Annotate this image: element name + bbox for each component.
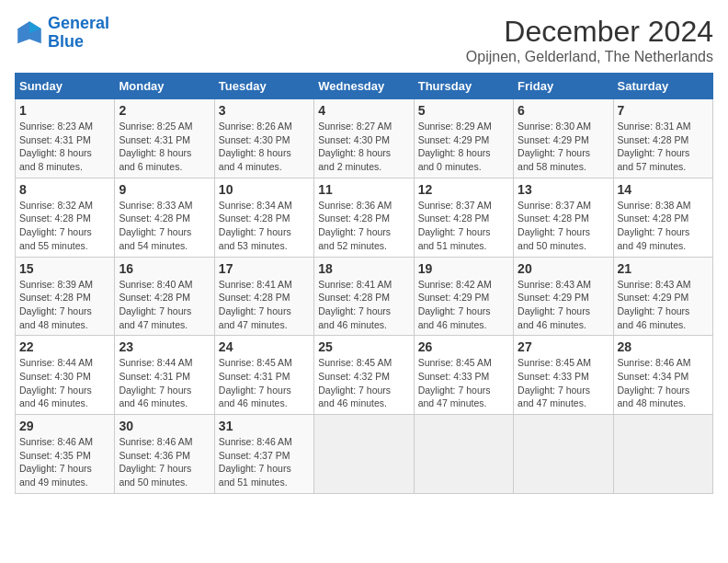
day-info: Sunrise: 8:39 AM Sunset: 4:28 PM Dayligh… [19,278,110,332]
page-title: December 2024 [466,15,713,49]
day-info: Sunrise: 8:32 AM Sunset: 4:28 PM Dayligh… [19,199,110,253]
day-number: 15 [19,261,110,276]
calendar-cell: 7Sunrise: 8:31 AM Sunset: 4:28 PM Daylig… [613,99,712,178]
calendar-week-5: 29Sunrise: 8:46 AM Sunset: 4:35 PM Dayli… [16,415,713,494]
day-info: Sunrise: 8:38 AM Sunset: 4:28 PM Dayligh… [618,199,709,253]
calendar-cell: 18Sunrise: 8:41 AM Sunset: 4:28 PM Dayli… [314,257,414,336]
day-number: 6 [518,103,609,118]
day-info: Sunrise: 8:40 AM Sunset: 4:28 PM Dayligh… [119,278,210,332]
day-info: Sunrise: 8:30 AM Sunset: 4:29 PM Dayligh… [518,120,609,174]
calendar-cell: 19Sunrise: 8:42 AM Sunset: 4:29 PM Dayli… [414,257,513,336]
calendar-cell: 14Sunrise: 8:38 AM Sunset: 4:28 PM Dayli… [613,178,712,257]
calendar-cell: 15Sunrise: 8:39 AM Sunset: 4:28 PM Dayli… [16,257,115,336]
calendar-cell: 17Sunrise: 8:41 AM Sunset: 4:28 PM Dayli… [214,257,313,336]
header-cell-wednesday: Wednesday [314,74,414,99]
calendar-cell: 27Sunrise: 8:45 AM Sunset: 4:33 PM Dayli… [514,336,613,415]
day-info: Sunrise: 8:25 AM Sunset: 4:31 PM Dayligh… [119,120,210,174]
day-info: Sunrise: 8:27 AM Sunset: 4:30 PM Dayligh… [318,120,409,174]
day-info: Sunrise: 8:45 AM Sunset: 4:32 PM Dayligh… [318,356,409,410]
day-info: Sunrise: 8:29 AM Sunset: 4:29 PM Dayligh… [418,120,509,174]
header-cell-thursday: Thursday [414,74,513,99]
calendar-cell: 24Sunrise: 8:45 AM Sunset: 4:31 PM Dayli… [214,336,313,415]
day-number: 18 [318,261,409,276]
day-number: 13 [518,182,609,197]
logo-text: General Blue [48,15,109,52]
day-number: 29 [19,419,110,433]
logo-icon [15,18,44,48]
calendar-cell [414,415,513,494]
calendar-cell: 3Sunrise: 8:26 AM Sunset: 4:30 PM Daylig… [214,99,313,178]
day-info: Sunrise: 8:42 AM Sunset: 4:29 PM Dayligh… [418,278,509,332]
day-info: Sunrise: 8:43 AM Sunset: 4:29 PM Dayligh… [618,278,709,332]
day-number: 9 [119,182,210,197]
header-cell-saturday: Saturday [613,74,712,99]
header-cell-tuesday: Tuesday [214,74,313,99]
header-cell-sunday: Sunday [16,74,115,99]
day-info: Sunrise: 8:46 AM Sunset: 4:35 PM Dayligh… [19,435,110,489]
day-number: 5 [418,103,509,118]
calendar-cell: 31Sunrise: 8:46 AM Sunset: 4:37 PM Dayli… [214,415,313,494]
calendar-body: 1Sunrise: 8:23 AM Sunset: 4:31 PM Daylig… [16,99,713,494]
day-number: 20 [518,261,609,276]
calendar-week-4: 22Sunrise: 8:44 AM Sunset: 4:30 PM Dayli… [16,336,713,415]
calendar-cell [514,415,613,494]
day-number: 16 [119,261,210,276]
calendar-cell: 22Sunrise: 8:44 AM Sunset: 4:30 PM Dayli… [16,336,115,415]
day-info: Sunrise: 8:44 AM Sunset: 4:31 PM Dayligh… [119,356,210,410]
calendar-cell: 12Sunrise: 8:37 AM Sunset: 4:28 PM Dayli… [414,178,513,257]
logo: General Blue [15,15,109,52]
calendar-cell: 26Sunrise: 8:45 AM Sunset: 4:33 PM Dayli… [414,336,513,415]
header-cell-monday: Monday [115,74,214,99]
day-number: 22 [19,339,110,354]
day-number: 27 [518,339,609,354]
day-info: Sunrise: 8:41 AM Sunset: 4:28 PM Dayligh… [219,278,310,332]
day-number: 23 [119,339,210,354]
day-info: Sunrise: 8:41 AM Sunset: 4:28 PM Dayligh… [318,278,409,332]
calendar-cell: 20Sunrise: 8:43 AM Sunset: 4:29 PM Dayli… [514,257,613,336]
day-info: Sunrise: 8:31 AM Sunset: 4:28 PM Dayligh… [618,120,709,174]
calendar-cell: 2Sunrise: 8:25 AM Sunset: 4:31 PM Daylig… [115,99,214,178]
day-number: 8 [19,182,110,197]
calendar-cell: 11Sunrise: 8:36 AM Sunset: 4:28 PM Dayli… [314,178,414,257]
day-info: Sunrise: 8:37 AM Sunset: 4:28 PM Dayligh… [418,199,509,253]
day-number: 10 [219,182,310,197]
day-number: 12 [418,182,509,197]
calendar-cell: 6Sunrise: 8:30 AM Sunset: 4:29 PM Daylig… [514,99,613,178]
day-number: 14 [618,182,709,197]
day-info: Sunrise: 8:23 AM Sunset: 4:31 PM Dayligh… [19,120,110,174]
day-number: 28 [618,339,709,354]
calendar-cell: 13Sunrise: 8:37 AM Sunset: 4:28 PM Dayli… [514,178,613,257]
day-number: 30 [119,419,210,433]
calendar-cell: 25Sunrise: 8:45 AM Sunset: 4:32 PM Dayli… [314,336,414,415]
calendar-cell: 4Sunrise: 8:27 AM Sunset: 4:30 PM Daylig… [314,99,414,178]
day-number: 2 [119,103,210,118]
calendar-cell: 1Sunrise: 8:23 AM Sunset: 4:31 PM Daylig… [16,99,115,178]
day-info: Sunrise: 8:44 AM Sunset: 4:30 PM Dayligh… [19,356,110,410]
calendar-cell: 5Sunrise: 8:29 AM Sunset: 4:29 PM Daylig… [414,99,513,178]
day-info: Sunrise: 8:43 AM Sunset: 4:29 PM Dayligh… [518,278,609,332]
day-info: Sunrise: 8:46 AM Sunset: 4:37 PM Dayligh… [219,435,310,489]
page-subtitle: Opijnen, Gelderland, The Netherlands [466,49,713,65]
day-number: 17 [219,261,310,276]
calendar-week-1: 1Sunrise: 8:23 AM Sunset: 4:31 PM Daylig… [16,99,713,178]
calendar-cell: 23Sunrise: 8:44 AM Sunset: 4:31 PM Dayli… [115,336,214,415]
calendar-cell: 28Sunrise: 8:46 AM Sunset: 4:34 PM Dayli… [613,336,712,415]
day-number: 31 [219,419,310,433]
calendar-cell: 21Sunrise: 8:43 AM Sunset: 4:29 PM Dayli… [613,257,712,336]
calendar-cell: 9Sunrise: 8:33 AM Sunset: 4:28 PM Daylig… [115,178,214,257]
calendar-header-row: SundayMondayTuesdayWednesdayThursdayFrid… [16,74,713,99]
calendar-cell [314,415,414,494]
day-number: 25 [318,339,409,354]
day-info: Sunrise: 8:33 AM Sunset: 4:28 PM Dayligh… [119,199,210,253]
day-info: Sunrise: 8:37 AM Sunset: 4:28 PM Dayligh… [518,199,609,253]
day-number: 21 [618,261,709,276]
calendar-cell: 16Sunrise: 8:40 AM Sunset: 4:28 PM Dayli… [115,257,214,336]
day-info: Sunrise: 8:45 AM Sunset: 4:33 PM Dayligh… [418,356,509,410]
day-number: 26 [418,339,509,354]
day-info: Sunrise: 8:26 AM Sunset: 4:30 PM Dayligh… [219,120,310,174]
page-header: General Blue December 2024 Opijnen, Geld… [15,15,713,65]
calendar-week-2: 8Sunrise: 8:32 AM Sunset: 4:28 PM Daylig… [16,178,713,257]
day-info: Sunrise: 8:46 AM Sunset: 4:36 PM Dayligh… [119,435,210,489]
calendar-cell [613,415,712,494]
calendar-table: SundayMondayTuesdayWednesdayThursdayFrid… [15,73,713,494]
